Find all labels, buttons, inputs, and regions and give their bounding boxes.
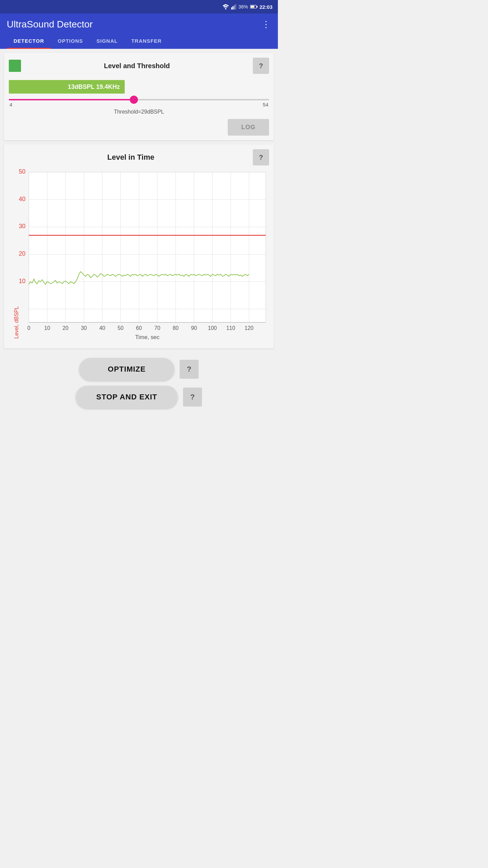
svg-point-0 xyxy=(225,9,226,9)
svg-text:30: 30 xyxy=(81,325,87,331)
svg-text:40: 40 xyxy=(19,196,26,202)
main-content: Level and Threshold ? 13dBSPL 19.4KHz 4 … xyxy=(0,49,278,353)
svg-text:110: 110 xyxy=(226,325,236,331)
slider-track[interactable] xyxy=(9,99,269,100)
svg-rect-9 xyxy=(29,172,266,322)
svg-text:10: 10 xyxy=(19,278,26,284)
svg-text:0: 0 xyxy=(27,325,30,331)
level-bar-fill xyxy=(9,80,63,94)
svg-text:120: 120 xyxy=(245,325,254,331)
stop-row: STOP AND EXIT ? xyxy=(4,386,274,408)
level-in-time-chart: 50 40 30 20 10 Level, dBSPL 0 10 20 30 4… xyxy=(9,169,269,342)
slider-max-label: 54 xyxy=(263,102,268,107)
slider-min-label: 4 xyxy=(9,102,12,107)
svg-text:Time, sec: Time, sec xyxy=(135,334,160,340)
stop-help-button[interactable]: ? xyxy=(183,388,202,407)
svg-rect-4 xyxy=(235,4,236,9)
optimize-row: OPTIMIZE ? xyxy=(4,358,274,380)
tab-transfer[interactable]: TRANSFER xyxy=(124,34,168,49)
battery-icon: ⚡ xyxy=(250,4,258,9)
signal-icon xyxy=(231,4,237,9)
svg-text:50: 50 xyxy=(19,169,26,175)
slider-thumb[interactable] xyxy=(130,96,138,104)
svg-text:100: 100 xyxy=(208,325,217,331)
tab-signal[interactable]: SIGNAL xyxy=(90,34,125,49)
status-icons: 36% ⚡ 22:03 xyxy=(222,4,272,10)
level-threshold-title: Level and Threshold xyxy=(21,62,253,70)
slider-labels: 4 54 xyxy=(9,102,269,107)
level-threshold-card: Level and Threshold ? 13dBSPL 19.4KHz 4 … xyxy=(4,53,274,140)
svg-text:60: 60 xyxy=(136,325,142,331)
svg-text:90: 90 xyxy=(191,325,197,331)
level-in-time-card: Level in Time ? xyxy=(4,144,274,349)
more-menu-button[interactable]: ⋮ xyxy=(262,19,271,30)
chart-container: 50 40 30 20 10 Level, dBSPL 0 10 20 30 4… xyxy=(9,169,269,344)
svg-text:80: 80 xyxy=(173,325,179,331)
bottom-buttons: OPTIMIZE ? STOP AND EXIT ? xyxy=(0,353,278,416)
svg-text:20: 20 xyxy=(19,250,26,257)
svg-text:50: 50 xyxy=(118,325,124,331)
level-bar: 13dBSPL 19.4KHz xyxy=(9,80,269,94)
stop-exit-button[interactable]: STOP AND EXIT xyxy=(76,386,178,408)
slider-fill xyxy=(9,99,134,100)
svg-text:Level, dBSPL: Level, dBSPL xyxy=(14,306,19,339)
level-threshold-help-button[interactable]: ? xyxy=(253,58,269,74)
svg-text:30: 30 xyxy=(19,223,26,230)
threshold-slider-row xyxy=(9,99,269,100)
svg-text:20: 20 xyxy=(63,325,69,331)
svg-rect-1 xyxy=(231,7,232,9)
chart-title: Level in Time xyxy=(9,153,253,162)
threshold-value-label: Threshold=29dBSPL xyxy=(9,109,269,115)
wifi-icon xyxy=(222,4,229,9)
log-button[interactable]: LOG xyxy=(228,119,269,136)
tab-options[interactable]: OPTIONS xyxy=(51,34,90,49)
svg-text:40: 40 xyxy=(99,325,105,331)
svg-rect-3 xyxy=(234,5,235,9)
svg-text:70: 70 xyxy=(154,325,160,331)
app-title: UltraSound Detector xyxy=(7,19,93,30)
time-display: 22:03 xyxy=(260,4,272,10)
chart-help-button[interactable]: ? xyxy=(253,149,269,165)
optimize-help-button[interactable]: ? xyxy=(180,360,199,379)
log-row: LOG xyxy=(9,119,269,136)
optimize-button[interactable]: OPTIMIZE xyxy=(79,358,174,380)
status-bar: 36% ⚡ 22:03 xyxy=(0,0,278,14)
svg-rect-6 xyxy=(256,6,257,8)
level-value-label: 13dBSPL 19.4KHz xyxy=(63,80,125,94)
tab-detector[interactable]: DETECTOR xyxy=(7,34,51,49)
status-indicator xyxy=(9,60,21,72)
svg-text:10: 10 xyxy=(44,325,50,331)
app-bar: UltraSound Detector ⋮ DETECTOR OPTIONS S… xyxy=(0,14,278,49)
battery-percent: 36% xyxy=(239,4,248,9)
tab-bar: DETECTOR OPTIONS SIGNAL TRANSFER xyxy=(7,34,271,49)
svg-text:⚡: ⚡ xyxy=(251,6,254,9)
svg-rect-2 xyxy=(232,6,233,9)
